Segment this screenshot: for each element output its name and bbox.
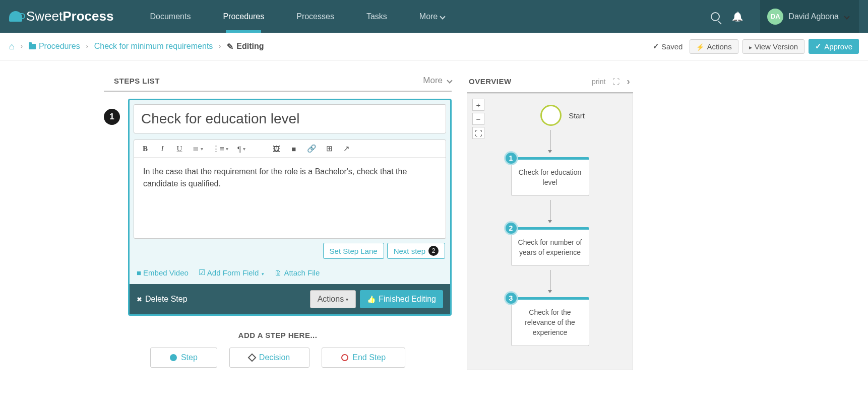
search-button[interactable] [711,12,720,21]
lightning-icon [696,42,704,51]
start-circle-icon [540,105,562,126]
bold-button[interactable]: B [141,145,149,153]
notifications-button[interactable] [732,11,743,22]
link-button[interactable]: 🔗 [307,144,317,153]
nav-procedures[interactable]: Procedures [207,0,280,33]
flow-node-3[interactable]: 3 Check for the relevance of the experie… [511,297,589,346]
breadcrumb-separator: › [21,43,23,50]
flow-arrow [547,130,552,153]
italic-button[interactable]: I [158,145,166,153]
footer-actions: Actions Finished Editing [310,290,443,308]
logo[interactable]: SweetProcess [9,9,113,24]
home-icon [9,41,15,52]
add-decision-button[interactable]: Decision [229,348,309,368]
pencil-icon [227,42,233,51]
flow-arrow [547,270,552,293]
play-icon [749,42,752,51]
circle-dot-icon [170,354,177,361]
next-step-button[interactable]: Next step2 [387,243,445,259]
breadcrumb-home[interactable] [9,41,15,52]
chevron-down-icon [447,78,452,83]
main-nav: Documents Procedures Processes Tasks Mor… [134,0,461,33]
user-menu[interactable]: DA David Agbona [760,0,859,33]
breadcrumb-current: Editing [227,42,264,51]
add-end-step-button[interactable]: End Step [322,348,405,368]
editor-actions: Set Step Lane Next step2 [130,243,450,264]
nav-more[interactable]: More [403,0,461,33]
image-button[interactable]: 🖼 [273,145,281,153]
nav-tasks[interactable]: Tasks [350,0,403,33]
steps-column: STEPS LIST More 1 Check for education le… [104,76,452,370]
add-step-title: ADD A STEP HERE... [104,331,452,339]
saved-indicator: Saved [653,42,683,51]
cup-icon [9,11,22,22]
breadcrumb-procedures[interactable]: Procedures [29,42,80,51]
flow-content: Start 1 Check for education level 2 Chec… [472,99,628,346]
table-button[interactable]: ⊞ [326,144,334,153]
chevron-right-icon[interactable] [627,76,630,87]
thumb-up-icon [367,295,376,304]
steps-list-title: STEPS LIST [114,77,160,85]
underline-button[interactable]: U [175,145,183,153]
node-card-label: Check for number of years of experience [511,227,589,266]
main-header: SweetProcess Documents Procedures Proces… [0,0,868,33]
avatar: DA [767,9,783,25]
chevron-down-icon [440,14,446,19]
step-title-input[interactable]: Check for education level [134,104,446,133]
editor-body: B I U ≣ ⋮≡ ¶ 🖼 ■ 🔗 ⊞ ↗ In the case that … [134,140,446,239]
breadcrumb-item[interactable]: Check for minimum requirements [94,42,213,51]
diamond-icon [247,354,256,362]
start-label: Start [569,111,585,120]
finished-editing-button[interactable]: Finished Editing [360,290,443,308]
username: David Agbona [788,12,839,21]
view-version-button[interactable]: View Version [742,39,804,54]
folder-icon [29,44,36,49]
steps-list-more[interactable]: More [423,76,452,86]
node-badge: 2 [504,221,518,235]
embed-video-link[interactable]: ■ Embed Video [137,268,189,277]
zoom-fit-button[interactable]: ⛶ [472,127,484,139]
step-actions-button[interactable]: Actions [310,290,356,308]
step-row: 1 Check for education level B I U ≣ ⋮≡ ¶… [104,99,452,316]
step-content-editor[interactable]: In the case that the requirement for the… [134,158,446,238]
approve-button[interactable]: Approve [809,39,859,54]
attach-file-link[interactable]: 🗎 Attach File [274,268,320,277]
expand-icon[interactable] [612,78,619,86]
add-step-button[interactable]: Step [150,348,217,368]
overview-title: OVERVIEW [469,77,512,86]
zoom-out-button[interactable]: − [472,113,484,125]
ordered-list-button[interactable]: ≣ [193,144,203,153]
chevron-down-icon [261,268,264,277]
circle-empty-icon [341,354,348,361]
flow-start-node[interactable]: Start [540,105,585,126]
video-button[interactable]: ■ [290,145,298,153]
nav-documents[interactable]: Documents [134,0,207,33]
subheader: › Procedures › Check for minimum require… [0,33,868,60]
print-link[interactable]: print [592,78,605,86]
node-card-label: Check for the relevance of the experienc… [511,297,589,346]
unordered-list-button[interactable]: ⋮≡ [212,144,228,153]
add-form-field-link[interactable]: ☑ Add Form Field [199,268,265,277]
open-external-button[interactable]: ↗ [343,144,351,153]
flow-arrow [547,200,552,223]
flow-node-2[interactable]: 2 Check for number of years of experienc… [511,227,589,266]
zoom-controls: + − ⛶ [472,99,484,139]
subheader-actions: Saved Actions View Version Approve [653,39,859,54]
delete-step-button[interactable]: Delete Step [137,295,188,304]
nav-processes[interactable]: Processes [280,0,350,33]
search-icon [711,12,720,21]
zoom-in-button[interactable]: + [472,99,484,111]
flow-node-1[interactable]: 1 Check for education level [511,157,589,196]
actions-button[interactable]: Actions [690,39,738,54]
next-step-count: 2 [428,246,439,256]
step-number-badge: 1 [104,109,120,125]
header-right: DA David Agbona [711,0,859,33]
paragraph-button[interactable]: ¶ [237,145,245,153]
checkmark-icon [815,42,822,51]
flowchart: + − ⛶ Start 1 Check for education level … [467,93,633,370]
chevron-down-icon [844,14,849,19]
add-step-section: ADD A STEP HERE... Step Decision End Ste… [104,331,452,368]
overview-actions: print [592,76,630,87]
attach-row: ■ Embed Video ☑ Add Form Field 🗎 Attach … [130,264,450,284]
set-step-lane-button[interactable]: Set Step Lane [323,243,384,259]
